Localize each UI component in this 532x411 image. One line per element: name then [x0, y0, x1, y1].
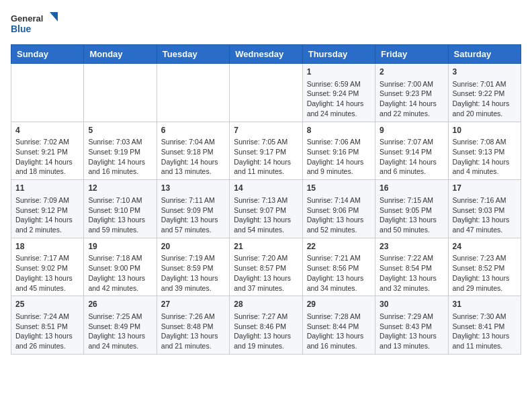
day-number: 20 [161, 241, 225, 253]
day-info: Sunrise: 7:18 AM Sunset: 9:00 PM Dayligh… [88, 253, 152, 293]
calendar-cell: 30Sunrise: 7:29 AM Sunset: 8:43 PM Dayli… [375, 296, 448, 355]
weekday-header-monday: Monday [84, 45, 157, 64]
day-number: 3 [453, 66, 517, 78]
calendar-cell: 9Sunrise: 7:07 AM Sunset: 9:14 PM Daylig… [375, 122, 448, 180]
day-number: 13 [161, 183, 225, 194]
calendar-cell [84, 64, 157, 122]
svg-text:General: General [11, 13, 43, 24]
day-info: Sunrise: 7:15 AM Sunset: 9:05 PM Dayligh… [380, 195, 443, 235]
calendar-week-4: 18Sunrise: 7:17 AM Sunset: 9:02 PM Dayli… [11, 238, 521, 296]
day-info: Sunrise: 7:14 AM Sunset: 9:06 PM Dayligh… [307, 195, 371, 235]
day-info: Sunrise: 7:11 AM Sunset: 9:09 PM Dayligh… [161, 195, 225, 235]
calendar-week-1: 1Sunrise: 6:59 AM Sunset: 9:24 PM Daylig… [11, 64, 521, 122]
day-number: 22 [307, 241, 371, 253]
day-number: 2 [380, 66, 443, 78]
calendar-cell: 17Sunrise: 7:16 AM Sunset: 9:03 PM Dayli… [448, 180, 521, 238]
calendar-cell: 18Sunrise: 7:17 AM Sunset: 9:02 PM Dayli… [11, 238, 84, 296]
weekday-header-thursday: Thursday [302, 45, 375, 64]
calendar-cell: 15Sunrise: 7:14 AM Sunset: 9:06 PM Dayli… [302, 180, 375, 238]
day-info: Sunrise: 7:21 AM Sunset: 8:56 PM Dayligh… [307, 253, 371, 293]
calendar-cell: 26Sunrise: 7:25 AM Sunset: 8:49 PM Dayli… [84, 296, 157, 355]
calendar-cell: 23Sunrise: 7:22 AM Sunset: 8:54 PM Dayli… [375, 238, 448, 296]
calendar-cell: 10Sunrise: 7:08 AM Sunset: 9:13 PM Dayli… [448, 122, 521, 180]
calendar-cell: 3Sunrise: 7:01 AM Sunset: 9:22 PM Daylig… [448, 64, 521, 122]
day-number: 6 [161, 125, 225, 136]
day-info: Sunrise: 7:28 AM Sunset: 8:44 PM Dayligh… [307, 312, 371, 351]
day-number: 28 [234, 299, 298, 310]
page-header: General Blue [11, 11, 521, 36]
day-info: Sunrise: 7:26 AM Sunset: 8:48 PM Dayligh… [161, 312, 225, 351]
day-info: Sunrise: 7:22 AM Sunset: 8:54 PM Dayligh… [380, 253, 443, 293]
calendar-cell: 2Sunrise: 7:00 AM Sunset: 9:23 PM Daylig… [375, 64, 448, 122]
calendar-cell: 6Sunrise: 7:04 AM Sunset: 9:18 PM Daylig… [157, 122, 229, 180]
day-number: 14 [234, 183, 298, 194]
weekday-header-friday: Friday [375, 45, 448, 64]
day-info: Sunrise: 7:23 AM Sunset: 8:52 PM Dayligh… [453, 253, 517, 293]
calendar-week-5: 25Sunrise: 7:24 AM Sunset: 8:51 PM Dayli… [11, 296, 521, 355]
calendar-cell: 14Sunrise: 7:13 AM Sunset: 9:07 PM Dayli… [230, 180, 302, 238]
day-info: Sunrise: 7:10 AM Sunset: 9:10 PM Dayligh… [88, 195, 152, 235]
day-number: 16 [380, 183, 443, 194]
day-number: 21 [234, 241, 298, 253]
calendar-cell: 22Sunrise: 7:21 AM Sunset: 8:56 PM Dayli… [302, 238, 375, 296]
weekday-header-tuesday: Tuesday [157, 45, 229, 64]
day-info: Sunrise: 7:27 AM Sunset: 8:46 PM Dayligh… [234, 312, 298, 351]
day-number: 31 [453, 299, 517, 310]
calendar-cell: 20Sunrise: 7:19 AM Sunset: 8:59 PM Dayli… [157, 238, 229, 296]
day-info: Sunrise: 7:08 AM Sunset: 9:13 PM Dayligh… [453, 137, 517, 177]
calendar-table: SundayMondayTuesdayWednesdayThursdayFrid… [11, 44, 521, 355]
day-number: 4 [15, 125, 79, 136]
calendar-week-2: 4Sunrise: 7:02 AM Sunset: 9:21 PM Daylig… [11, 122, 521, 180]
day-info: Sunrise: 7:30 AM Sunset: 8:41 PM Dayligh… [453, 312, 517, 351]
calendar-cell: 21Sunrise: 7:20 AM Sunset: 8:57 PM Dayli… [230, 238, 302, 296]
day-number: 9 [380, 125, 443, 136]
logo-svg: General Blue [11, 11, 58, 36]
day-number: 26 [88, 299, 152, 310]
calendar-cell: 29Sunrise: 7:28 AM Sunset: 8:44 PM Dayli… [302, 296, 375, 355]
day-info: Sunrise: 7:25 AM Sunset: 8:49 PM Dayligh… [88, 312, 152, 351]
weekday-header-row: SundayMondayTuesdayWednesdayThursdayFrid… [11, 45, 521, 64]
day-info: Sunrise: 7:17 AM Sunset: 9:02 PM Dayligh… [15, 253, 79, 293]
day-number: 15 [307, 183, 371, 194]
day-info: Sunrise: 7:04 AM Sunset: 9:18 PM Dayligh… [161, 137, 225, 177]
day-info: Sunrise: 7:29 AM Sunset: 8:43 PM Dayligh… [380, 312, 443, 351]
day-number: 19 [88, 241, 152, 253]
day-info: Sunrise: 7:20 AM Sunset: 8:57 PM Dayligh… [234, 253, 298, 293]
day-number: 1 [307, 66, 371, 78]
day-number: 24 [453, 241, 517, 253]
weekday-header-sunday: Sunday [11, 45, 84, 64]
calendar-cell [230, 64, 302, 122]
day-info: Sunrise: 7:09 AM Sunset: 9:12 PM Dayligh… [15, 195, 79, 235]
calendar-week-3: 11Sunrise: 7:09 AM Sunset: 9:12 PM Dayli… [11, 180, 521, 238]
calendar-cell: 5Sunrise: 7:03 AM Sunset: 9:19 PM Daylig… [84, 122, 157, 180]
weekday-header-wednesday: Wednesday [230, 45, 302, 64]
svg-marker-2 [50, 12, 58, 21]
calendar-cell: 12Sunrise: 7:10 AM Sunset: 9:10 PM Dayli… [84, 180, 157, 238]
day-number: 7 [234, 125, 298, 136]
calendar-cell [11, 64, 84, 122]
calendar-cell: 8Sunrise: 7:06 AM Sunset: 9:16 PM Daylig… [302, 122, 375, 180]
day-info: Sunrise: 7:01 AM Sunset: 9:22 PM Dayligh… [453, 79, 517, 119]
weekday-header-saturday: Saturday [448, 45, 521, 64]
day-number: 8 [307, 125, 371, 136]
day-info: Sunrise: 7:16 AM Sunset: 9:03 PM Dayligh… [453, 195, 517, 235]
calendar-cell: 31Sunrise: 7:30 AM Sunset: 8:41 PM Dayli… [448, 296, 521, 355]
day-info: Sunrise: 7:24 AM Sunset: 8:51 PM Dayligh… [15, 312, 79, 351]
calendar-cell: 19Sunrise: 7:18 AM Sunset: 9:00 PM Dayli… [84, 238, 157, 296]
day-number: 25 [15, 299, 79, 310]
day-number: 27 [161, 299, 225, 310]
logo: General Blue [11, 11, 58, 36]
calendar-cell: 7Sunrise: 7:05 AM Sunset: 9:17 PM Daylig… [230, 122, 302, 180]
day-info: Sunrise: 6:59 AM Sunset: 9:24 PM Dayligh… [307, 79, 371, 119]
calendar-cell: 1Sunrise: 6:59 AM Sunset: 9:24 PM Daylig… [302, 64, 375, 122]
day-info: Sunrise: 7:02 AM Sunset: 9:21 PM Dayligh… [15, 137, 79, 177]
calendar-cell: 4Sunrise: 7:02 AM Sunset: 9:21 PM Daylig… [11, 122, 84, 180]
day-number: 18 [15, 241, 79, 253]
day-number: 17 [453, 183, 517, 194]
calendar-cell: 11Sunrise: 7:09 AM Sunset: 9:12 PM Dayli… [11, 180, 84, 238]
calendar-cell [157, 64, 229, 122]
day-number: 30 [380, 299, 443, 310]
calendar-cell: 13Sunrise: 7:11 AM Sunset: 9:09 PM Dayli… [157, 180, 229, 238]
calendar-cell: 28Sunrise: 7:27 AM Sunset: 8:46 PM Dayli… [230, 296, 302, 355]
day-info: Sunrise: 7:19 AM Sunset: 8:59 PM Dayligh… [161, 253, 225, 293]
